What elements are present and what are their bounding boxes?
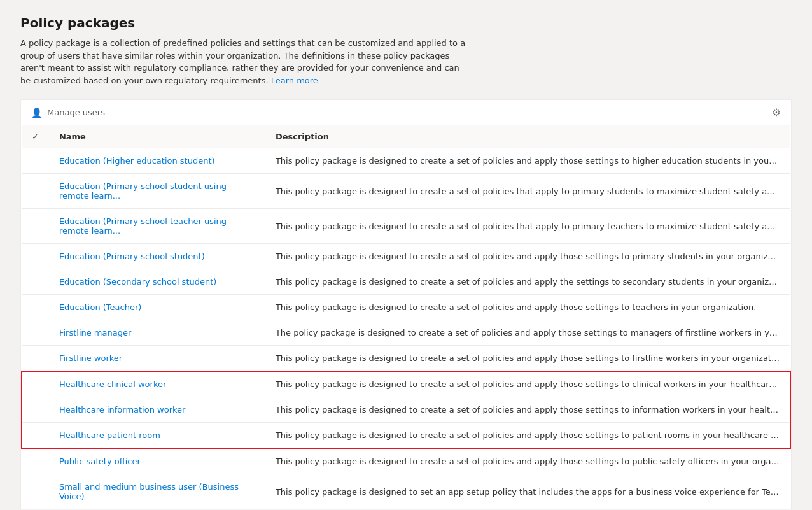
row-check-cell bbox=[22, 320, 49, 346]
toolbar-left: 👤 Manage users bbox=[31, 108, 105, 118]
table-row: Public safety officerThis policy package… bbox=[22, 448, 790, 474]
row-name-cell: Healthcare information worker bbox=[49, 397, 265, 423]
row-check-cell bbox=[22, 448, 49, 474]
row-name-cell: Firstline worker bbox=[49, 346, 265, 372]
table-row: Small and medium business user (Business… bbox=[22, 474, 790, 509]
table-row: Education (Primary school student using … bbox=[22, 174, 790, 209]
row-description-cell: This policy package is designed to creat… bbox=[265, 346, 790, 372]
row-name-link[interactable]: Public safety officer bbox=[59, 457, 141, 466]
col-check: ✓ bbox=[22, 125, 49, 148]
row-description-cell: This policy package is designed to creat… bbox=[265, 423, 790, 449]
row-description-cell: This policy package is designed to set a… bbox=[265, 474, 790, 509]
manage-users-label: Manage users bbox=[47, 108, 105, 117]
page-description: A policy package is a collection of pred… bbox=[20, 37, 466, 87]
row-check-cell bbox=[22, 346, 49, 372]
row-check-cell bbox=[22, 371, 49, 397]
toolbar: 👤 Manage users ⚙ bbox=[21, 100, 791, 125]
table-header-row: ✓ Name Description bbox=[22, 125, 790, 148]
row-description-cell: This policy package is designed to creat… bbox=[265, 371, 790, 397]
row-name-link[interactable]: Education (Primary school student using … bbox=[59, 181, 227, 201]
row-description-cell: This policy package is designed to creat… bbox=[265, 209, 790, 244]
row-check-cell bbox=[22, 174, 49, 209]
table-row: Healthcare clinical workerThis policy pa… bbox=[22, 371, 790, 397]
row-name-cell: Education (Secondary school student) bbox=[49, 269, 265, 295]
col-description: Description bbox=[265, 125, 790, 148]
row-description-cell: This policy package is designed to creat… bbox=[265, 174, 790, 209]
row-name-cell: Education (Higher education student) bbox=[49, 148, 265, 174]
table-body: Education (Higher education student)This… bbox=[22, 148, 790, 509]
table-row: Education (Higher education student)This… bbox=[22, 148, 790, 174]
row-name-link[interactable]: Education (Teacher) bbox=[59, 302, 141, 312]
table-container: 👤 Manage users ⚙ ✓ Name Description Educ… bbox=[20, 99, 792, 509]
row-check-cell bbox=[22, 295, 49, 320]
table-row: Healthcare information workerThis policy… bbox=[22, 397, 790, 423]
row-check-cell bbox=[22, 423, 49, 449]
row-name-link[interactable]: Healthcare patient room bbox=[59, 430, 160, 440]
table-row: Education (Secondary school student)This… bbox=[22, 269, 790, 295]
col-name: Name bbox=[49, 125, 265, 148]
row-name-link[interactable]: Education (Secondary school student) bbox=[59, 277, 216, 287]
row-description-cell: The policy package is designed to create… bbox=[265, 320, 790, 346]
row-description-cell: This policy package is designed to creat… bbox=[265, 244, 790, 269]
row-description-cell: This policy package is designed to creat… bbox=[265, 148, 790, 174]
table-row: Firstline workerThis policy package is d… bbox=[22, 346, 790, 372]
row-name-link[interactable]: Education (Higher education student) bbox=[59, 156, 215, 166]
row-name-cell: Education (Primary school student using … bbox=[49, 174, 265, 209]
row-name-cell: Firstline manager bbox=[49, 320, 265, 346]
row-check-cell bbox=[22, 148, 49, 174]
row-check-cell bbox=[22, 269, 49, 295]
row-description-cell: This policy package is designed to creat… bbox=[265, 269, 790, 295]
row-name-cell: Healthcare clinical worker bbox=[49, 371, 265, 397]
row-check-cell bbox=[22, 397, 49, 423]
row-description-cell: This policy package is designed to creat… bbox=[265, 448, 790, 474]
row-name-cell: Healthcare patient room bbox=[49, 423, 265, 449]
row-name-link[interactable]: Healthcare information worker bbox=[59, 405, 186, 414]
table-row: Healthcare patient roomThis policy packa… bbox=[22, 423, 790, 449]
row-name-link[interactable]: Firstline manager bbox=[59, 328, 131, 337]
row-name-link[interactable]: Small and medium business user (Business… bbox=[59, 482, 239, 501]
row-name-link[interactable]: Healthcare clinical worker bbox=[59, 379, 166, 389]
row-name-cell: Public safety officer bbox=[49, 448, 265, 474]
row-check-cell bbox=[22, 209, 49, 244]
row-description-cell: This policy package is designed to creat… bbox=[265, 397, 790, 423]
row-name-cell: Education (Primary school teacher using … bbox=[49, 209, 265, 244]
learn-more-link[interactable]: Learn more bbox=[271, 76, 318, 85]
settings-icon[interactable]: ⚙ bbox=[772, 106, 781, 118]
policy-table: ✓ Name Description Education (Higher edu… bbox=[21, 125, 791, 509]
manage-users-icon: 👤 bbox=[31, 108, 42, 118]
row-name-cell: Education (Primary school student) bbox=[49, 244, 265, 269]
row-check-cell bbox=[22, 474, 49, 509]
table-row: Education (Primary school student)This p… bbox=[22, 244, 790, 269]
row-name-link[interactable]: Firstline worker bbox=[59, 353, 122, 363]
row-name-link[interactable]: Education (Primary school student) bbox=[59, 251, 205, 261]
row-description-cell: This policy package is designed to creat… bbox=[265, 295, 790, 320]
page-title: Policy packages bbox=[20, 15, 792, 31]
row-check-cell bbox=[22, 244, 49, 269]
table-row: Firstline managerThe policy package is d… bbox=[22, 320, 790, 346]
table-row: Education (Primary school teacher using … bbox=[22, 209, 790, 244]
toolbar-right: ⚙ bbox=[772, 106, 781, 118]
check-icon: ✓ bbox=[32, 132, 39, 141]
row-name-link[interactable]: Education (Primary school teacher using … bbox=[59, 216, 227, 236]
page-container: Policy packages A policy package is a co… bbox=[0, 0, 812, 510]
row-name-cell: Education (Teacher) bbox=[49, 295, 265, 320]
row-name-cell: Small and medium business user (Business… bbox=[49, 474, 265, 509]
table-row: Education (Teacher)This policy package i… bbox=[22, 295, 790, 320]
